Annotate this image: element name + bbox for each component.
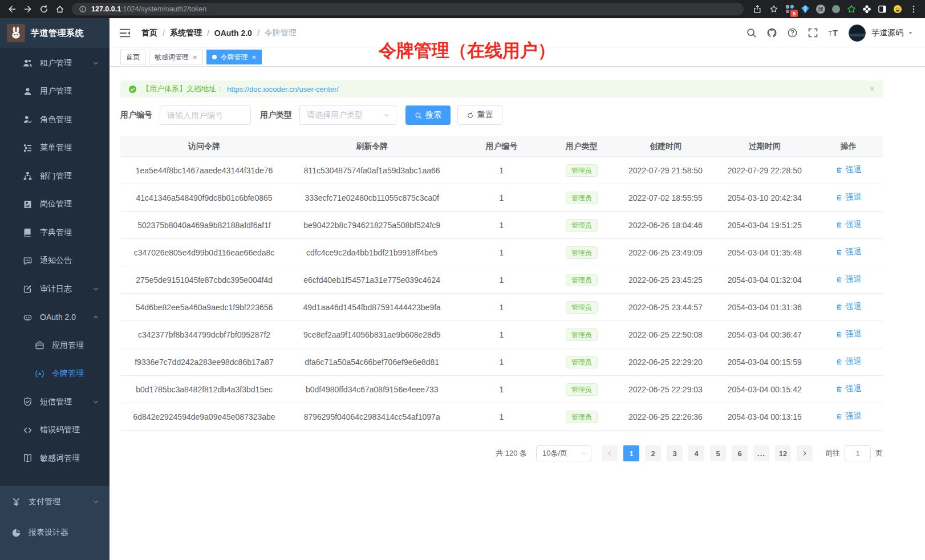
force-logout-button[interactable]: 强退 (835, 356, 861, 367)
force-logout-button[interactable]: 强退 (835, 220, 861, 230)
close-icon[interactable]: × (193, 54, 197, 61)
search-icon[interactable] (746, 27, 757, 38)
force-logout-button[interactable]: 强退 (835, 274, 861, 285)
force-logout-button[interactable]: 强退 (835, 302, 861, 312)
token-icon: A (35, 369, 44, 379)
create-time-cell: 2022-06-25 22:29:20 (616, 358, 715, 367)
github-icon[interactable] (766, 27, 777, 38)
sidebar-item-menu[interactable]: 菜单管理 (0, 134, 109, 163)
page-button-...[interactable]: ... (753, 445, 769, 461)
tab-home[interactable]: 首页 (120, 50, 145, 64)
profile-emoji-icon[interactable] (891, 3, 904, 15)
next-page-button[interactable] (797, 445, 813, 461)
page-button-4[interactable]: 4 (688, 445, 704, 461)
sidebar-item-sms[interactable]: 短信管理 (0, 388, 109, 416)
browser-chrome: 127.0.0.1:1024/system/oauth2/token 9 ⌘ (0, 0, 925, 18)
site-info-icon[interactable] (79, 5, 87, 13)
extension-pinwheel-icon[interactable] (861, 3, 873, 15)
force-logout-button[interactable]: 强退 (835, 247, 861, 257)
force-logout-button[interactable]: 强退 (835, 165, 861, 175)
sidebar-item-label: 支付管理 (29, 497, 60, 507)
search-button[interactable]: 搜索 (405, 105, 451, 125)
goto-page-input[interactable] (845, 445, 871, 461)
sidebar-item-oauth2[interactable]: OAuth 2.0 (0, 303, 109, 332)
create-time-cell: 2022-06-25 23:44:57 (616, 303, 715, 312)
browser-reload-icon[interactable] (36, 2, 51, 17)
prev-page-button[interactable] (602, 445, 618, 461)
page-button-6[interactable]: 6 (732, 445, 748, 461)
extension-command-icon[interactable]: ⌘ (814, 3, 827, 15)
close-icon[interactable]: × (252, 54, 257, 61)
browser-forward-icon[interactable] (21, 2, 35, 17)
tab-token[interactable]: 令牌管理× (206, 50, 262, 64)
sidebar-item-pay[interactable]: 支付管理 (0, 486, 109, 517)
help-icon[interactable] (787, 27, 798, 38)
sidebar-item-oauth2-app[interactable]: 应用管理 (0, 331, 109, 360)
app-logo[interactable]: 芋道管理系统 (0, 18, 109, 48)
trash-icon (835, 331, 843, 338)
sidebar-item-post[interactable]: 岗位管理 (0, 190, 109, 219)
goto-label: 前往 (825, 448, 840, 458)
reset-button[interactable]: 重置 (457, 105, 502, 125)
chevron-down-icon (581, 451, 587, 457)
post-icon (23, 200, 33, 209)
share-icon[interactable] (750, 2, 764, 16)
sidebar-item-audit[interactable]: 审计日志 (0, 275, 109, 303)
user-name[interactable]: 芋道源码 (871, 28, 903, 38)
svg-text:T: T (833, 28, 838, 38)
sidebar-item-notice[interactable]: 通知公告 (0, 247, 109, 275)
extension-grid-icon[interactable]: 9 (784, 3, 796, 15)
font-size-icon[interactable]: TT (828, 27, 839, 38)
user-type-select[interactable]: 请选择用户类型 (299, 105, 396, 125)
breadcrumb-item[interactable]: OAuth 2.0 (214, 29, 252, 38)
dept-icon (23, 171, 33, 181)
bookmark-star-icon[interactable] (767, 2, 781, 16)
breadcrumb-item[interactable]: 首页 (141, 28, 157, 38)
sidebar-item-label: 菜单管理 (40, 143, 72, 153)
browser-menu-icon[interactable] (907, 2, 920, 16)
tab-sensitive-word[interactable]: 敏感词管理× (149, 50, 203, 64)
page-button-1[interactable]: 1 (623, 445, 639, 461)
user-type-tag: 管理员 (566, 274, 598, 286)
extension-record-icon[interactable] (830, 3, 842, 15)
sidebar-item-report[interactable]: 报表设计器 (0, 517, 109, 548)
expire-time-cell: 2054-03-04 01:35:48 (715, 248, 814, 257)
page-size-select[interactable]: 10条/页 (536, 445, 591, 461)
extension-gem-icon[interactable] (799, 3, 812, 15)
sidebar-item-sensitive-word[interactable]: 敏感词管理 (0, 444, 109, 473)
extension-panel-icon[interactable] (876, 3, 889, 15)
breadcrumb-item[interactable]: 系统管理 (170, 28, 202, 38)
sidebar-collapse-icon[interactable] (119, 27, 131, 39)
create-time-cell: 2022-07-02 18:55:55 (616, 193, 715, 202)
avatar[interactable] (849, 25, 866, 42)
force-logout-button[interactable]: 强退 (835, 192, 861, 202)
reset-button-label: 重置 (477, 110, 493, 120)
extension-green-star-icon[interactable] (845, 3, 858, 15)
user-id-input[interactable] (160, 105, 251, 125)
sidebar-item-dict[interactable]: 字典管理 (0, 218, 109, 247)
force-logout-button[interactable]: 强退 (835, 411, 861, 421)
force-logout-button[interactable]: 强退 (835, 329, 861, 339)
force-logout-button[interactable]: 强退 (835, 384, 861, 394)
browser-home-icon[interactable] (52, 2, 67, 17)
sidebar-item-role[interactable]: 角色管理 (0, 105, 109, 134)
sidebar-item-tenant[interactable]: 租户管理 (0, 49, 109, 78)
page-button-2[interactable]: 2 (645, 445, 661, 461)
chevron-down-icon (92, 286, 99, 293)
doc-link[interactable]: https://doc.iocoder.cn/user-center/ (227, 85, 339, 94)
action-cell: 强退 (814, 411, 883, 422)
close-icon[interactable]: × (870, 84, 875, 94)
sidebar-item-user[interactable]: 用户管理 (0, 78, 109, 106)
browser-back-icon[interactable] (5, 2, 19, 17)
page-button-3[interactable]: 3 (667, 445, 683, 461)
page-button-12[interactable]: 12 (775, 445, 791, 461)
address-bar[interactable]: 127.0.0.1:1024/system/oauth2/token (72, 3, 744, 15)
sidebar-item-dept[interactable]: 部门管理 (0, 162, 109, 190)
fullscreen-icon[interactable] (808, 27, 818, 38)
page-content: 【用户体系】文档地址： https://doc.iocoder.cn/user-… (109, 67, 925, 461)
chevron-down-icon[interactable] (907, 30, 914, 36)
user-type-cell: 管理员 (547, 301, 616, 314)
sidebar-item-oauth2-token[interactable]: A令牌管理 (0, 360, 109, 388)
page-button-5[interactable]: 5 (710, 445, 726, 461)
sidebar-item-error-code[interactable]: 错误码管理 (0, 416, 109, 445)
